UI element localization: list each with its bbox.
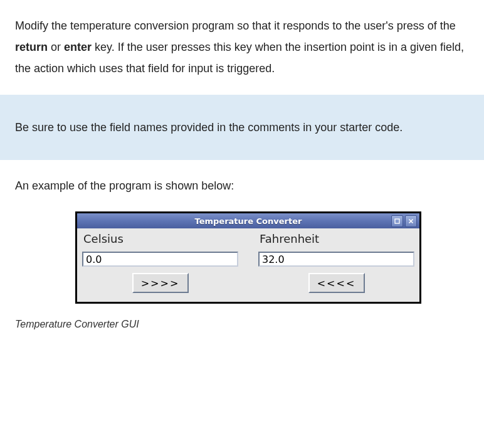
celsius-input[interactable] [82, 252, 238, 267]
keyword-enter: enter [64, 41, 92, 53]
window-buttons [391, 215, 417, 227]
keyword-return: return [15, 41, 48, 53]
to-fahrenheit-button[interactable]: >>>> [132, 273, 189, 293]
to-celsius-button[interactable]: <<<< [308, 273, 365, 293]
instruction-text-mid: or [48, 41, 64, 53]
close-button[interactable] [405, 215, 417, 227]
celsius-label: Celsius [82, 232, 238, 245]
client-area: Celsius Fahrenheit >>>> <<<< [77, 228, 419, 302]
titlebar: Temperature Converter [77, 213, 419, 228]
to-fahrenheit-row: >>>> [82, 273, 238, 293]
note-box: Be sure to use the field names provided … [0, 95, 484, 160]
instruction-paragraph: Modify the temperature conversion progra… [15, 15, 469, 80]
window-title: Temperature Converter [77, 216, 419, 226]
instruction-text-pre: Modify the temperature conversion progra… [15, 19, 456, 32]
screenshot-frame: Temperature Converter Celsius Fahrenheit… [75, 211, 469, 304]
svg-rect-0 [395, 219, 399, 223]
to-celsius-row: <<<< [258, 273, 414, 293]
note-text: Be sure to use the field names provided … [15, 121, 402, 134]
minimize-button[interactable] [391, 215, 403, 227]
figure-caption: Temperature Converter GUI [15, 319, 469, 330]
fahrenheit-input[interactable] [258, 252, 414, 267]
example-intro: An example of the program is shown below… [15, 175, 469, 196]
fahrenheit-label: Fahrenheit [258, 232, 414, 245]
app-window: Temperature Converter Celsius Fahrenheit… [75, 211, 421, 304]
